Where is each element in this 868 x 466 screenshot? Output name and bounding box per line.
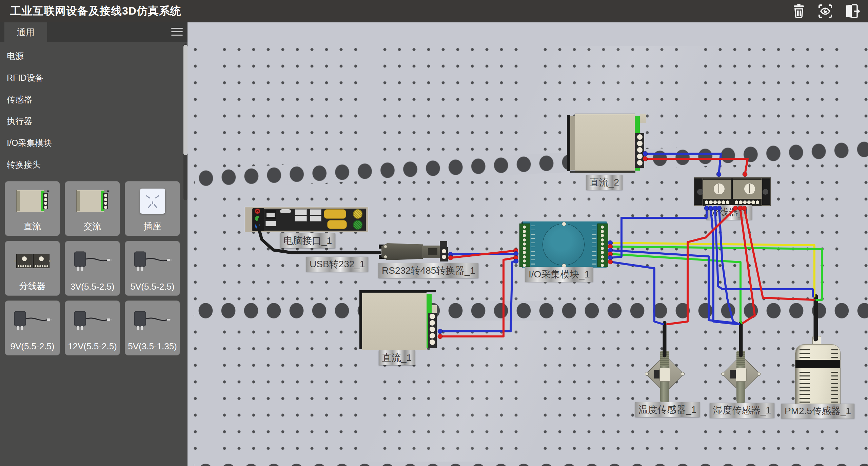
splitter-terminals bbox=[705, 200, 729, 204]
dc-power-thumbnail-icon bbox=[16, 189, 50, 214]
splitter-knob bbox=[744, 183, 755, 195]
dc2-shadow bbox=[570, 171, 635, 173]
card-label: 交流 bbox=[84, 220, 101, 232]
pc-usb-port bbox=[295, 209, 307, 215]
temp-collar bbox=[659, 368, 670, 382]
card-dc-power[interactable]: 直流 bbox=[5, 181, 60, 236]
card-label: 3V(5.5-2.5) bbox=[70, 281, 114, 292]
rs485-screw bbox=[384, 245, 387, 248]
rs485-screw-terminal bbox=[442, 249, 446, 253]
rs485-hood bbox=[381, 243, 423, 260]
card-splitter[interactable]: 分线器 bbox=[5, 241, 60, 296]
pm25-vent bbox=[800, 372, 810, 406]
device-label-io: I/O采集模块_1 bbox=[525, 267, 593, 282]
device-io-module[interactable] bbox=[519, 221, 608, 268]
dc2-strip bbox=[570, 116, 575, 170]
exit-icon[interactable] bbox=[844, 3, 860, 19]
sidebar-item-rfid[interactable]: RFID设备 bbox=[0, 67, 183, 89]
io-circle bbox=[542, 224, 585, 266]
sidebar-item-adapter[interactable]: 转换接头 bbox=[0, 154, 183, 175]
app-title: 工业互联网设备及接线3D仿真系统 bbox=[10, 4, 181, 19]
card-label: 插座 bbox=[144, 220, 161, 232]
device-pc-panel[interactable] bbox=[245, 207, 368, 232]
pegboard-bigdots-row bbox=[194, 301, 868, 321]
dc1-terminal-block bbox=[428, 313, 437, 348]
adapter-thumbnail-icon bbox=[72, 309, 113, 333]
adapter-thumbnail-icon bbox=[72, 250, 113, 273]
card-adapter-5v[interactable]: 5V(5.5-2.5) bbox=[125, 241, 180, 296]
component-palette: 直流 交流 插座 分线器 bbox=[0, 176, 188, 360]
device-label-pc: 电脑接口_1 bbox=[280, 233, 335, 248]
device-label-usb232: USB转232_1 bbox=[306, 257, 368, 272]
ac-power-thumbnail-icon bbox=[76, 189, 110, 214]
tab-general[interactable]: 通用 bbox=[4, 22, 47, 42]
io-terminal-text bbox=[592, 226, 596, 266]
device-pm25-sensor[interactable] bbox=[794, 344, 841, 413]
splitter-knob bbox=[713, 183, 725, 195]
pc-usb-tongue bbox=[267, 213, 275, 217]
io-terminal-text bbox=[531, 226, 535, 266]
card-ac-power[interactable]: 交流 bbox=[65, 181, 120, 236]
card-adapter-9v[interactable]: 9V(5.5-2.5) bbox=[5, 300, 60, 355]
sidebar-item-sensor[interactable]: 传感器 bbox=[0, 89, 183, 110]
pegboard-bigdots-row bbox=[194, 462, 868, 466]
card-adapter-12v[interactable]: 12V(5.5-2.5) bbox=[65, 300, 120, 355]
pc-ps2-green bbox=[353, 220, 362, 230]
device-label-dc2: 直流_2 bbox=[586, 175, 623, 190]
pm25-body bbox=[795, 344, 841, 413]
rs485-screw bbox=[384, 255, 387, 258]
splitter-terminals bbox=[735, 200, 759, 204]
pm25-vent bbox=[831, 372, 838, 406]
trash-icon[interactable] bbox=[791, 3, 807, 19]
sidebar: 通用 电源 RFID设备 传感器 执行器 I/O采集模块 转换接头 直流 交流 bbox=[0, 22, 188, 466]
io-terminal-right bbox=[597, 224, 608, 267]
eye-scan-icon[interactable] bbox=[817, 3, 833, 19]
pc-slot bbox=[280, 209, 291, 213]
hamburger-menu-icon[interactable] bbox=[171, 28, 183, 37]
dc2-tab bbox=[640, 114, 646, 123]
pm25-band bbox=[795, 360, 840, 368]
adapter-thumbnail-icon bbox=[132, 250, 173, 273]
category-list: 电源 RFID设备 传感器 执行器 I/O采集模块 转换接头 bbox=[0, 42, 183, 175]
splitter-hole-left bbox=[697, 189, 703, 195]
device-dc1[interactable] bbox=[359, 290, 437, 351]
pc-dsub-port bbox=[327, 220, 347, 229]
device-splitter[interactable] bbox=[694, 177, 771, 206]
device-label-temp: 温度传感器_1 bbox=[635, 402, 700, 417]
temp-mount-hole bbox=[645, 372, 649, 376]
adapter-thumbnail-icon bbox=[132, 309, 173, 333]
pc-audio-jack-green bbox=[255, 216, 260, 221]
device-label-rs485: RS232转485转换器_1 bbox=[378, 263, 478, 278]
temp-mount-hole bbox=[681, 372, 685, 376]
toolbar bbox=[791, 0, 860, 22]
splitter-thumbnail-icon bbox=[15, 253, 50, 268]
device-dc2[interactable] bbox=[567, 114, 646, 173]
io-terminal-left bbox=[519, 224, 530, 267]
device-temp-sensor[interactable] bbox=[643, 346, 687, 407]
device-label-dc1: 直流_1 bbox=[379, 350, 415, 365]
pc-dsub-port bbox=[324, 209, 346, 219]
hum-mount-hole bbox=[757, 372, 761, 376]
device-humidity-sensor[interactable] bbox=[719, 346, 763, 407]
splitter-knob-slot bbox=[718, 184, 719, 193]
sidebar-item-power[interactable]: 电源 bbox=[0, 45, 183, 67]
pc-usb-port bbox=[310, 209, 321, 215]
device-label-hum: 湿度传感器_1 bbox=[710, 403, 774, 418]
dc1-body bbox=[362, 292, 427, 350]
pc-audio-jack-red bbox=[255, 209, 260, 214]
dc2-terminal-block bbox=[635, 133, 644, 168]
dc2-body bbox=[575, 114, 635, 173]
card-adapter-3v[interactable]: 3V(5.5-2.5) bbox=[65, 241, 120, 296]
card-label: 12V(5.5-2.5) bbox=[68, 341, 117, 352]
card-socket[interactable]: 插座 bbox=[125, 181, 180, 236]
device-rs485-converter[interactable] bbox=[379, 242, 447, 261]
splitter-hole-right bbox=[763, 189, 768, 195]
io-screw bbox=[562, 222, 566, 226]
scrollbar-thumb[interactable] bbox=[183, 45, 188, 155]
card-adapter-5v-mini[interactable]: 5V(3.5-1.35) bbox=[125, 300, 180, 355]
device-label-splitter: 分线器_1 bbox=[706, 205, 752, 220]
sidebar-item-io-module[interactable]: I/O采集模块 bbox=[0, 132, 183, 154]
card-label: 分线器 bbox=[19, 280, 46, 292]
sidebar-item-actuator[interactable]: 执行器 bbox=[0, 110, 183, 132]
pm25-vent bbox=[800, 349, 810, 358]
